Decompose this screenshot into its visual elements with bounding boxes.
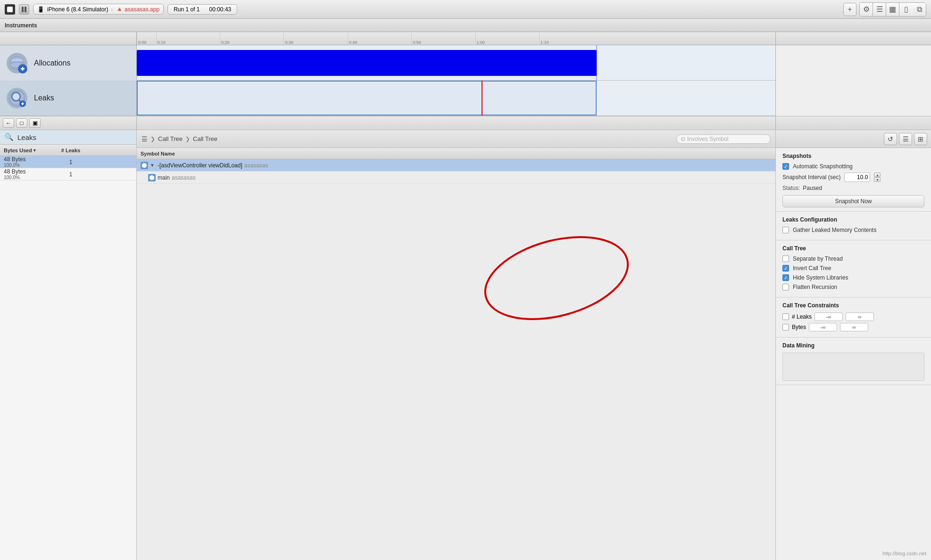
interval-row: Snapshot Interval (sec) ▲ ▼ bbox=[782, 173, 924, 182]
breadcrumb-item-2[interactable]: Call Tree bbox=[193, 135, 217, 142]
rp-grid-btn[interactable]: ⊞ bbox=[914, 133, 927, 145]
right-panel-toolbar: ↺ ☰ ⊞ bbox=[776, 130, 931, 148]
symbol-row[interactable]: ▼ -[asdViewController viewDidLoad] asasa… bbox=[137, 159, 775, 172]
stop-button[interactable] bbox=[5, 4, 15, 15]
separate-by-thread-checkbox[interactable] bbox=[782, 255, 789, 262]
view-controls-spacer bbox=[137, 116, 775, 130]
settings-view-button[interactable]: ⚙ bbox=[860, 3, 873, 16]
symbol-name-0: -[asdViewController viewDidLoad] bbox=[158, 162, 242, 169]
bytes-constraint-checkbox[interactable] bbox=[782, 324, 789, 330]
app-label: 🔺 asasasas.app bbox=[116, 6, 159, 13]
bytes-column-header[interactable]: Bytes Used ▾ bbox=[0, 148, 52, 153]
interval-stepper[interactable]: ▲ ▼ bbox=[874, 173, 881, 182]
call-tree-constraints-section: Call Tree Constraints # Leaks Bytes bbox=[776, 297, 931, 338]
stepper-down[interactable]: ▼ bbox=[874, 177, 881, 182]
interval-label: Snapshot Interval (sec) bbox=[782, 174, 840, 181]
device-label: iPhone 6 (8.4 Simulator) bbox=[47, 6, 108, 13]
left-data-panel: 🔍 Leaks Bytes Used ▾ # Leaks bbox=[0, 130, 137, 560]
invert-call-tree-label: Invert Call Tree bbox=[793, 265, 831, 272]
run-label: Run 1 of 1 bbox=[174, 6, 200, 13]
snapshots-section: Snapshots Automatic Snapshotting Snapsho… bbox=[776, 148, 931, 212]
view-toggle-group: ⚙ ☰ ▦ ▯ ⧉ bbox=[859, 2, 926, 16]
pause-button[interactable] bbox=[19, 4, 29, 15]
call-tree-title: Call Tree bbox=[782, 245, 924, 252]
user-avatar-1 bbox=[148, 174, 156, 181]
columns-view-button[interactable]: ▦ bbox=[886, 3, 899, 16]
stepper-up[interactable]: ▲ bbox=[874, 173, 881, 177]
bytes-min-input[interactable] bbox=[809, 323, 837, 331]
run-info: Run 1 of 1 00:00:43 bbox=[167, 4, 237, 15]
breadcrumb-menu-icon: ☰ bbox=[141, 135, 148, 143]
allocations-timeline[interactable] bbox=[137, 45, 775, 81]
fullscreen-button[interactable]: ⧉ bbox=[913, 3, 926, 16]
ruler-right-spacer bbox=[775, 32, 931, 45]
breadcrumb-arrow-icon: › bbox=[111, 7, 113, 12]
leaks-instrument[interactable]: Leaks bbox=[0, 81, 137, 116]
symbol-row[interactable]: main asasasas bbox=[137, 172, 775, 184]
leaks-config-title: Leaks Configuration bbox=[782, 216, 924, 223]
leaks-tab-label[interactable]: 🔍 Leaks bbox=[0, 130, 136, 145]
collapse-btn[interactable]: ← bbox=[3, 118, 14, 128]
auto-snapshot-row[interactable]: Automatic Snapshotting bbox=[782, 163, 924, 170]
flatten-recursion-checkbox[interactable] bbox=[782, 284, 789, 290]
interval-input[interactable] bbox=[844, 173, 870, 182]
allocations-track-right bbox=[775, 45, 931, 81]
leaks-track-row: Leaks bbox=[0, 81, 931, 116]
table-row[interactable]: 48 Bytes 100.0% 1 bbox=[0, 156, 136, 168]
add-button[interactable]: + bbox=[843, 3, 856, 16]
watermark: http://blog.csdn.net bbox=[882, 551, 926, 556]
leaks-constraint-checkbox[interactable] bbox=[782, 313, 789, 320]
rp-list-btn[interactable]: ☰ bbox=[899, 133, 912, 145]
gather-leaks-label: Gather Leaked Memory Contents bbox=[793, 227, 876, 233]
search-box[interactable]: ⊙ Involves Symbol bbox=[676, 134, 771, 144]
leaks-min-input[interactable] bbox=[815, 313, 843, 321]
flatten-recursion-row[interactable]: Flatten Recursion bbox=[782, 284, 924, 290]
leaks-timeline[interactable] bbox=[137, 81, 775, 116]
status-label: Status: bbox=[782, 185, 800, 191]
top-toolbar: 📱 iPhone 6 (8.4 Simulator) › 🔺 asasasas.… bbox=[0, 0, 931, 19]
call-tree-section: Call Tree Separate by Thread Invert Call… bbox=[776, 240, 931, 297]
invert-call-tree-checkbox[interactable] bbox=[782, 265, 789, 272]
auto-snapshot-checkbox[interactable] bbox=[782, 163, 789, 170]
device-selector[interactable]: 📱 iPhone 6 (8.4 Simulator) › 🔺 asasasas.… bbox=[33, 4, 164, 15]
split-view-button[interactable]: ▯ bbox=[899, 3, 913, 16]
symbol-lib-1: asasasas bbox=[172, 174, 196, 181]
separate-by-thread-row[interactable]: Separate by Thread bbox=[782, 255, 924, 262]
rp-back-btn[interactable]: ↺ bbox=[884, 133, 897, 145]
list-view-button[interactable]: ☰ bbox=[873, 3, 886, 16]
bytes-max-input[interactable] bbox=[840, 323, 868, 331]
view-controls-bar: ← □ ▣ bbox=[0, 116, 931, 130]
status-value: Paused bbox=[803, 185, 822, 191]
leaks-max-input[interactable] bbox=[846, 313, 874, 321]
table-row[interactable]: 48 Bytes 100.0% 1 bbox=[0, 168, 136, 181]
leaks-track-right bbox=[775, 81, 931, 116]
instruments-label: Instruments bbox=[5, 22, 37, 29]
leaks-column-header[interactable]: # Leaks bbox=[52, 148, 90, 153]
symbol-name-1: main bbox=[158, 174, 170, 181]
expand-btn[interactable]: □ bbox=[16, 118, 27, 128]
disclosure-icon-0: ▼ bbox=[150, 163, 155, 168]
hide-system-libs-row[interactable]: Hide System Libraries bbox=[782, 274, 924, 281]
svg-point-11 bbox=[13, 93, 19, 100]
run-time: 00:00:43 bbox=[209, 6, 232, 13]
allocations-label: Allocations bbox=[34, 59, 70, 67]
invert-call-tree-row[interactable]: Invert Call Tree bbox=[782, 265, 924, 272]
row-leaks-0: 1 bbox=[52, 159, 90, 165]
data-mining-area bbox=[782, 353, 924, 381]
row-leaks-1: 1 bbox=[52, 171, 90, 178]
view-btn[interactable]: ▣ bbox=[29, 118, 41, 128]
hide-system-libs-checkbox[interactable] bbox=[782, 274, 789, 281]
symbol-column-header[interactable]: Symbol Name bbox=[137, 151, 179, 156]
bytes-constraint-row: Bytes bbox=[782, 323, 924, 331]
leaks-config-section: Leaks Configuration Gather Leaked Memory… bbox=[776, 212, 931, 240]
allocations-instrument[interactable]: Allocations bbox=[0, 45, 137, 81]
leaks-constraint-row: # Leaks bbox=[782, 313, 924, 321]
gather-leaks-checkbox[interactable] bbox=[782, 227, 789, 233]
snapshots-title: Snapshots bbox=[782, 153, 924, 159]
constraints-title: Call Tree Constraints bbox=[782, 302, 924, 309]
breadcrumb-item-1[interactable]: Call Tree bbox=[158, 135, 183, 142]
gather-leaks-row[interactable]: Gather Leaked Memory Contents bbox=[782, 227, 924, 233]
ruler-left-spacer bbox=[0, 32, 137, 45]
search-input[interactable]: Involves Symbol bbox=[687, 136, 766, 142]
snapshot-now-button[interactable]: Snapshot Now bbox=[782, 195, 924, 207]
